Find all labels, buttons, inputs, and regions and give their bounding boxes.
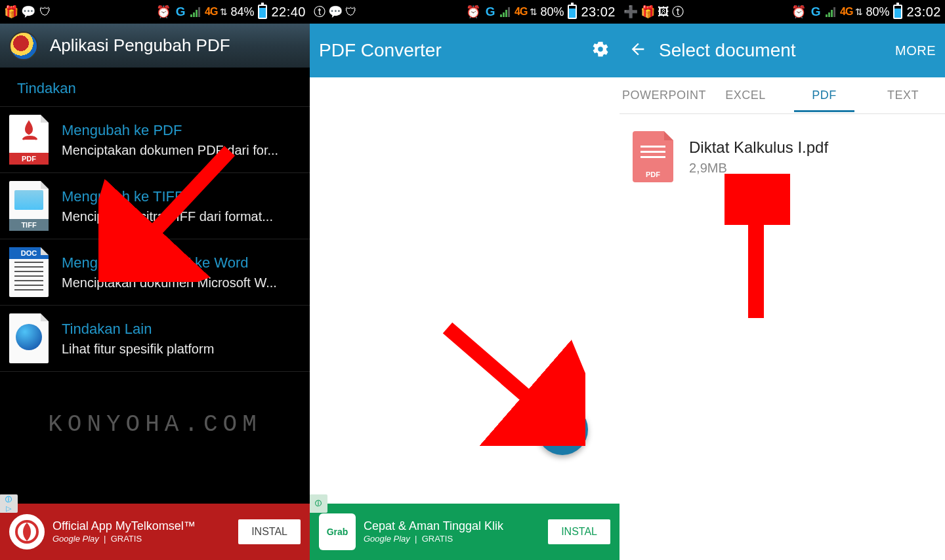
tab-pdf[interactable]: PDF [785, 79, 864, 111]
ad-badge-icon[interactable]: ⓘ [310, 494, 327, 513]
battery-icon [258, 5, 267, 19]
ad-banner[interactable]: ⓘ ▷ Official App MyTelkomsel™ Google Pla… [0, 504, 310, 560]
app-logo-icon [9, 31, 38, 60]
file-type-icon: TIFF [9, 181, 49, 231]
statusbar: ➕ 🎁 🖼 ⓣ ⏰ G 4G ⇅ 80% 23:02 [620, 0, 945, 24]
plus-icon: + [555, 416, 569, 443]
ad-store: Google Play [52, 534, 99, 544]
clock: 23:02 [581, 5, 616, 20]
updown-icon: ⇅ [220, 7, 228, 17]
action-title: Tindakan Lain [62, 321, 301, 338]
action-title: Mengubah ke TIFF [62, 188, 301, 205]
signal-bars-icon [500, 7, 512, 17]
app-title: Aplikasi Pengubah PDF [50, 35, 301, 56]
signal-bars-icon [190, 7, 202, 17]
svg-line-2 [448, 328, 546, 413]
tab-text[interactable]: TEXT [864, 79, 942, 111]
statusbar: 🎁 💬 🛡 ⏰ G 4G ⇅ 84% 22:40 [0, 0, 310, 24]
ad-install-button[interactable]: INSTAL [238, 519, 301, 544]
plus-box-icon: ➕ [623, 5, 638, 19]
network-g-icon: G [483, 5, 497, 19]
ad-banner[interactable]: ⓘ Grab Cepat & Aman Tinggal Klik Google … [310, 504, 620, 560]
ad-text: Official App MyTelkomsel™ Google Play | … [52, 519, 230, 545]
action-subtitle: Menciptakan citra TIFF dari format... [62, 209, 301, 224]
gift-icon: 🎁 [640, 5, 655, 19]
settings-button[interactable] [591, 39, 610, 62]
watermark: KONYOHA.COM [0, 372, 310, 464]
back-button[interactable] [629, 40, 647, 61]
file-type-icon: PDF [9, 115, 49, 165]
updown-icon: ⇅ [855, 7, 863, 17]
chat-icon: 💬 [21, 5, 35, 19]
chat-icon: 💬 [328, 5, 343, 19]
tabs: POWERPOINTEXCELPDFTEXT [620, 77, 945, 114]
file-row[interactable]: PDF Diktat Kalkulus I.pdf 2,9MB [620, 114, 945, 189]
action-subtitle: Menciptakan dokumen Microsoft W... [62, 275, 301, 290]
battery-percent: 84% [230, 5, 254, 19]
statusbar: ⓣ 💬 🛡 ⏰ G 4G ⇅ 80% 23:02 [310, 0, 620, 24]
tumblr-icon: ⓣ [314, 4, 326, 20]
clock: 23:02 [906, 5, 941, 20]
action-item[interactable]: Tindakan LainLihat fitur spesifik platfo… [0, 306, 310, 372]
battery-percent: 80% [540, 5, 564, 19]
tab-powerpoint[interactable]: POWERPOINT [622, 79, 706, 111]
action-title: Mengubah ke PDF [62, 122, 301, 139]
ad-headline: Cepat & Aman Tinggal Klik [364, 519, 540, 534]
tumblr-icon: ⓣ [672, 4, 684, 20]
panel-pdf-changer: 🎁 💬 🛡 ⏰ G 4G ⇅ 84% 22:40 Aplikasi Pengub… [0, 0, 310, 560]
network-4g-icon: 4G [840, 6, 852, 18]
alarm-icon: ⏰ [156, 5, 171, 19]
action-subtitle: Lihat fitur spesifik platform [62, 342, 301, 357]
more-button[interactable]: MORE [895, 43, 936, 58]
battery-icon [568, 5, 577, 19]
ad-badge-icon[interactable]: ⓘ ▷ [0, 494, 18, 513]
ad-store: Google Play [364, 534, 410, 544]
file-badge: DOC [9, 247, 49, 259]
clock: 22:40 [271, 5, 306, 20]
annotation-arrow-icon [724, 174, 790, 331]
panel-select-document: ➕ 🎁 🖼 ⓣ ⏰ G 4G ⇅ 80% 23:02 Select docume… [620, 0, 945, 560]
network-4g-icon: 4G [514, 6, 527, 18]
app-title: PDF Converter [319, 40, 579, 61]
appbar: Select document MORE [620, 24, 945, 77]
tab-excel[interactable]: EXCEL [706, 79, 785, 111]
file-badge: TIFF [9, 219, 49, 231]
battery-percent: 80% [866, 5, 889, 19]
ad-price: GRATIS [111, 534, 142, 544]
ad-text: Cepat & Aman Tinggal Klik Google Play | … [364, 519, 540, 545]
appbar: PDF Converter [310, 24, 620, 77]
network-g-icon: G [808, 5, 823, 19]
signal-bars-icon [826, 7, 837, 17]
alarm-icon: ⏰ [791, 5, 806, 19]
network-4g-icon: 4G [205, 6, 217, 18]
updown-icon: ⇅ [530, 7, 537, 17]
app-title: Select document [659, 40, 883, 61]
appbar: Aplikasi Pengubah PDF [0, 24, 310, 68]
action-item[interactable]: DOCMengubah dari PDF ke WordMenciptakan … [0, 239, 310, 306]
ad-price: GRATIS [422, 534, 453, 544]
panel-pdf-converter: ⓣ 💬 🛡 ⏰ G 4G ⇅ 80% 23:02 PDF Converter +… [310, 0, 620, 560]
file-type-icon [9, 313, 49, 363]
section-header: Tindakan [0, 68, 310, 107]
ad-brand: Grab [327, 527, 348, 537]
add-fab-button[interactable]: + [537, 404, 588, 455]
gift-icon: 🎁 [4, 5, 18, 19]
action-item[interactable]: PDFMengubah ke PDFMenciptakan dokumen PD… [0, 107, 310, 173]
ad-headline: Official App MyTelkomsel™ [52, 519, 230, 534]
action-subtitle: Menciptakan dokumen PDF dari for... [62, 143, 301, 158]
file-badge: PDF [9, 153, 49, 165]
alarm-icon: ⏰ [466, 5, 480, 19]
pdf-file-icon: PDF [633, 131, 673, 182]
image-icon: 🖼 [658, 5, 669, 19]
action-title: Mengubah dari PDF ke Word [62, 254, 301, 271]
action-list: PDFMengubah ke PDFMenciptakan dokumen PD… [0, 107, 310, 372]
ad-install-button[interactable]: INSTAL [548, 519, 610, 544]
shield-icon: 🛡 [38, 5, 52, 19]
ad-logo-icon [9, 514, 45, 550]
action-item[interactable]: TIFFMengubah ke TIFFMenciptakan citra TI… [0, 173, 310, 239]
shield-icon: 🛡 [345, 5, 357, 19]
file-size: 2,9MB [689, 161, 828, 176]
battery-icon [893, 5, 902, 19]
file-type-icon: DOC [9, 247, 49, 297]
ad-logo-icon: Grab [319, 513, 356, 550]
